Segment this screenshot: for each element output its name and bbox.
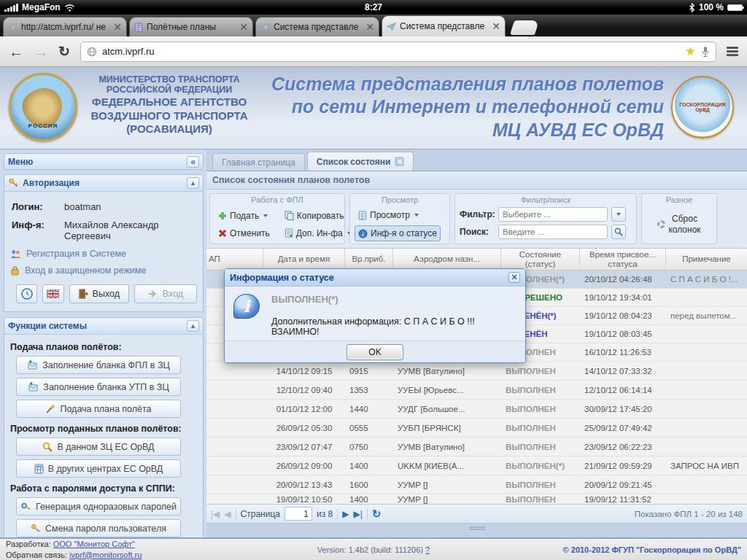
table-row[interactable]: 26/09/12 09:001400UKKM [КИЕВ(А... ВЫПОЛН… — [206, 456, 747, 475]
key-icon — [8, 178, 19, 188]
table-row[interactable]: 01/10/12 12:001440УУДГ [Большое... ВЫПОЛ… — [206, 400, 747, 419]
filter-dropdown-button[interactable] — [611, 207, 626, 222]
browser-tab-4-active[interactable]: Система представле ✕ — [382, 15, 506, 36]
dialog-close-button[interactable]: ✕ — [508, 272, 520, 283]
col-header-ap[interactable]: АП — [206, 249, 263, 270]
register-link[interactable]: Регистрация в Системе — [10, 249, 197, 259]
col-header-airport[interactable]: Аэродром назн... — [393, 249, 501, 270]
time-mode-button[interactable] — [16, 284, 37, 303]
main-tab-bar: Главная страница Список состояни ✕ — [206, 152, 747, 171]
splitter-handle[interactable] — [469, 526, 485, 530]
microphone-icon[interactable] — [701, 46, 710, 58]
view-this-center-button[interactable]: В данном ЗЦ ЕС ОрВД — [16, 438, 181, 456]
key-change-icon — [31, 524, 41, 534]
copy-button[interactable]: Копировать — [281, 208, 355, 224]
browser-tab-3[interactable]: Система представле ✕ — [255, 17, 379, 36]
col-header-status[interactable]: Состояние (статус) — [501, 249, 580, 270]
prev-page-button[interactable]: ◀ — [224, 510, 231, 518]
table-row[interactable]: 12/10/12 09:401353УУЕЫ [Юрьевс... ВЫПОЛН… — [206, 381, 747, 400]
tab-close-icon[interactable]: ✕ — [492, 21, 500, 31]
mail-up-icon — [28, 382, 39, 392]
search-input[interactable] — [498, 225, 608, 239]
address-bar[interactable]: atcm.ivprf.ru ★ — [80, 42, 716, 62]
status-info-button[interactable]: i Инф-я о статусе — [355, 225, 441, 241]
collapse-panel-button[interactable]: ▲ — [187, 320, 199, 332]
close-tab-icon[interactable]: ✕ — [395, 157, 404, 166]
dialog-title-bar[interactable]: Информация о статусе ✕ — [225, 269, 525, 287]
tab-close-icon[interactable]: ✕ — [113, 22, 122, 32]
back-button[interactable]: ← — [9, 44, 23, 59]
info-icon: i — [358, 229, 368, 238]
col-header-datetime[interactable]: Дата и время — [263, 249, 345, 270]
status-info-dialog: Информация о статусе ✕ i ВЫПОЛНЕН(*) Доп… — [224, 268, 526, 363]
uk-flag-icon — [47, 289, 59, 298]
refresh-icon[interactable]: ↻ — [372, 508, 382, 519]
col-header-status-time[interactable]: Время присвое... статуса — [580, 249, 666, 270]
login-button[interactable]: Вход — [134, 284, 197, 303]
toolbar: Работа с ФПЛ Подать Копировать Отмени — [206, 190, 747, 249]
change-password-button[interactable]: Смена пароля пользователя — [16, 519, 181, 537]
tab-close-icon[interactable]: ✕ — [365, 22, 374, 32]
table-row[interactable]: 14/10/12 09:150915УУМВ [Ватулино] ВЫПОЛН… — [206, 362, 747, 381]
forward-button[interactable]: → — [34, 44, 48, 59]
page-number-input[interactable] — [285, 507, 312, 521]
table-row[interactable]: 23/09/12 07:470750УУМВ [Ватулино] ВЫПОЛН… — [206, 438, 747, 456]
submit-fpl-button[interactable]: Подать — [214, 208, 274, 224]
table-row[interactable]: 26/09/12 05:300555УУБП [БРЯНСК] ВЫПОЛНЕН… — [206, 419, 747, 438]
sidebar: Меню « Авторизация ▲ Логин: boatman Инф-… — [0, 149, 206, 537]
cancel-fpl-button[interactable]: Отменить — [214, 225, 274, 241]
logout-button[interactable]: Выход — [69, 284, 129, 303]
browser-tab-1[interactable]: http://atcm.ivprf.ru/ не ✕ — [3, 17, 127, 36]
fill-utp-button[interactable]: Заполнение бланка УТП в ЗЦ — [16, 378, 181, 396]
secure-login-link[interactable]: Вход в защищенном режиме — [10, 265, 197, 276]
collapse-panel-button[interactable]: ▲ — [187, 177, 199, 189]
table-row-partial[interactable]: 19/09/12 10:501400УУМР [] ВЫПОЛНЕН19/09/… — [206, 494, 747, 504]
dialog-title: Информация о статусе — [230, 273, 334, 283]
goskorporatsia-logo: ГОСКОРПОРАЦИЯ ОрВД — [671, 76, 734, 139]
next-page-button[interactable]: ▶ — [342, 510, 349, 518]
new-tab-button[interactable] — [510, 20, 539, 35]
tab-status-list[interactable]: Список состояни ✕ — [307, 152, 414, 171]
bookmark-star-icon[interactable]: ★ — [685, 44, 696, 59]
caret-down-icon — [263, 214, 268, 217]
toolbar-group-fpl: Работа с ФПЛ Подать Копировать Отмени — [209, 193, 345, 244]
dialog-message-line1: Дополнительная информация: С П А С И Б О… — [271, 316, 475, 327]
table-header-row: АП Дата и время Вр.приб. Аэродром назн..… — [206, 249, 747, 271]
col-header-arrival[interactable]: Вр.приб. — [345, 249, 393, 270]
page-total: из 8 — [317, 509, 333, 519]
menu-header: Меню « — [4, 153, 204, 170]
tab-close-icon[interactable]: ✕ — [239, 22, 248, 32]
tab-home[interactable]: Главная страница — [212, 153, 305, 171]
view-button[interactable]: Просмотр — [355, 207, 422, 223]
globe-icon — [87, 47, 97, 57]
submit-plan-button[interactable]: Подача плана полёта — [16, 400, 181, 418]
battery-icon — [727, 4, 743, 11]
plus-icon — [218, 211, 227, 220]
red-cross-icon — [218, 229, 227, 238]
tab-title: Полётные планы — [147, 22, 236, 32]
clock-icon — [21, 288, 33, 300]
first-page-button[interactable]: |◀ — [211, 510, 220, 518]
generate-passwords-button[interactable]: Генерация одноразовых паролей — [16, 497, 181, 516]
table-row[interactable]: 20/09/12 13:431600УУМР [] ВЫПОЛНЕН20/09/… — [206, 475, 747, 494]
extra-info-button[interactable]: Доп. Ин-фа — [281, 225, 355, 241]
ok-button[interactable]: OK — [347, 344, 403, 360]
collapse-sidebar-button[interactable]: « — [187, 156, 199, 168]
browser-menu-icon[interactable] — [727, 45, 738, 58]
search-label: Поиск: — [460, 227, 495, 237]
app-footer: Разработка: ООО "Монитор Софт" Обратная … — [0, 537, 747, 560]
wand-icon — [45, 404, 55, 414]
filter-select[interactable] — [498, 207, 608, 222]
browser-tab-2[interactable]: Полётные планы ✕ — [129, 17, 253, 36]
reload-button[interactable]: ↻ — [58, 44, 70, 58]
col-header-note[interactable]: Примечание — [666, 249, 747, 270]
view-other-centers-button[interactable]: В других центрах ЕС ОрВД — [16, 459, 181, 478]
panel-title: Список состояния планов полетов — [206, 171, 747, 190]
search-button[interactable] — [611, 225, 626, 239]
reset-columns-button[interactable]: Сбросколонок — [654, 211, 704, 238]
version-help-link[interactable]: ? — [425, 545, 430, 554]
magnifier-icon — [614, 228, 623, 236]
last-page-button[interactable]: ▶| — [353, 510, 362, 518]
fill-fpl-button[interactable]: Заполнение бланка ФПЛ в ЗЦ — [16, 356, 181, 374]
language-button[interactable] — [42, 284, 63, 303]
